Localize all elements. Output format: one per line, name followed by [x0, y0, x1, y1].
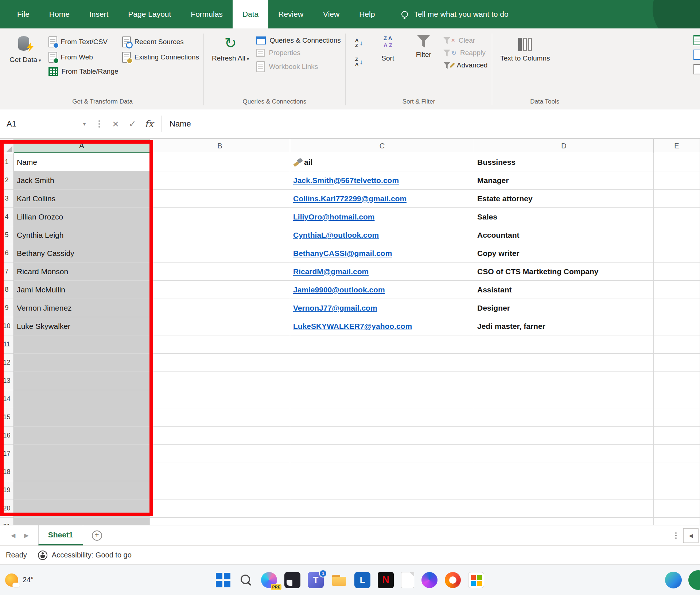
cell-D11[interactable] — [474, 335, 654, 354]
cell-C20[interactable] — [290, 499, 474, 518]
cell-D10[interactable]: Jedi master, farner — [474, 317, 654, 335]
sort-ascending-button[interactable] — [350, 35, 368, 51]
cell-C2[interactable]: Jack.Smith@567telvetto.com — [290, 171, 474, 190]
sheet-tab-sheet1[interactable]: Sheet1 — [38, 525, 83, 545]
row-header-5[interactable]: 5 — [0, 226, 14, 244]
corner-app-icon[interactable] — [688, 570, 700, 590]
cell-D16[interactable] — [474, 427, 654, 445]
cell-D12[interactable] — [474, 354, 654, 372]
cell-C16[interactable] — [290, 427, 474, 445]
weather-widget[interactable]: 24° — [0, 573, 34, 587]
row-header-18[interactable]: 18 — [0, 463, 14, 481]
cell-A9[interactable]: Vernon Jimenez — [14, 299, 150, 317]
cell-C3[interactable]: Collins.Karl772299@gmail.com — [290, 190, 474, 208]
cell-E6[interactable] — [654, 244, 700, 262]
formula-bar-handle[interactable] — [98, 123, 100, 125]
cell-A1[interactable]: Name — [14, 153, 150, 171]
from-web-button[interactable]: From Web — [48, 52, 118, 63]
cell-A18[interactable] — [14, 463, 150, 481]
cell-D3[interactable]: Estate attorney — [474, 190, 654, 208]
cell-B17[interactable] — [150, 445, 290, 463]
cell-E2[interactable] — [654, 171, 700, 190]
cell-D1[interactable]: Bussiness — [474, 153, 654, 171]
cell-C9[interactable]: VernonJ77@gmail.com — [290, 299, 474, 317]
cell-A15[interactable] — [14, 408, 150, 427]
horizontal-scroll-left-button[interactable] — [683, 528, 699, 543]
cell-D6[interactable]: Copy writer — [474, 244, 654, 262]
cell-B10[interactable] — [150, 317, 290, 335]
cell-D15[interactable] — [474, 408, 654, 427]
cell-A12[interactable] — [14, 354, 150, 372]
column-header-e[interactable]: E — [654, 139, 700, 153]
email-link[interactable]: Collins.Karl772299@gmail.com — [293, 194, 407, 203]
cell-B6[interactable] — [150, 244, 290, 262]
row-header-12[interactable]: 12 — [0, 354, 14, 372]
cell-E21[interactable] — [654, 518, 700, 525]
cell-A6[interactable]: Bethany Cassidy — [14, 244, 150, 262]
cell-E8[interactable] — [654, 281, 700, 299]
cell-E11[interactable] — [654, 335, 700, 354]
row-header-1[interactable]: 1 — [0, 153, 14, 171]
cell-C7[interactable]: RicardM@gmail.com — [290, 262, 474, 281]
new-sheet-button[interactable] — [92, 530, 102, 541]
cell-A16[interactable] — [14, 427, 150, 445]
cell-E10[interactable] — [654, 317, 700, 335]
from-table-range-button[interactable]: From Table/Range — [48, 67, 118, 76]
from-text-csv-button[interactable]: From Text/CSV — [48, 36, 118, 47]
email-link[interactable]: LukeSKYWALKER7@yahoo.com — [293, 322, 412, 331]
tell-me-box[interactable]: Tell me what you want to do — [401, 0, 508, 28]
cell-C13[interactable] — [290, 372, 474, 390]
cell-E9[interactable] — [654, 299, 700, 317]
start-icon[interactable] — [216, 573, 230, 587]
cell-B13[interactable] — [150, 372, 290, 390]
row-header-3[interactable]: 3 — [0, 190, 14, 208]
cell-D4[interactable]: Sales — [474, 208, 654, 226]
edge-icon[interactable] — [665, 572, 682, 588]
cell-D2[interactable]: Manager — [474, 171, 654, 190]
cell-E17[interactable] — [654, 445, 700, 463]
cell-C12[interactable] — [290, 354, 474, 372]
cell-E16[interactable] — [654, 427, 700, 445]
cell-B19[interactable] — [150, 481, 290, 499]
next-sheet-icon[interactable] — [24, 532, 28, 539]
cell-C10[interactable]: LukeSKYWALKER7@yahoo.com — [290, 317, 474, 335]
row-header-14[interactable]: 14 — [0, 390, 14, 408]
cell-A13[interactable] — [14, 372, 150, 390]
column-header-c[interactable]: C — [290, 139, 474, 153]
cell-B15[interactable] — [150, 408, 290, 427]
cell-D9[interactable]: Designer — [474, 299, 654, 317]
cell-E13[interactable] — [654, 372, 700, 390]
cell-B1[interactable] — [150, 153, 290, 171]
cell-E3[interactable] — [654, 190, 700, 208]
cell-E14[interactable] — [654, 390, 700, 408]
cell-B12[interactable] — [150, 354, 290, 372]
cell-A17[interactable] — [14, 445, 150, 463]
cell-C15[interactable] — [290, 408, 474, 427]
cell-C6[interactable]: BethanyCASSI@gmail.com — [290, 244, 474, 262]
file-explorer-icon[interactable] — [331, 572, 347, 588]
row-header-17[interactable]: 17 — [0, 445, 14, 463]
cell-D20[interactable] — [474, 499, 654, 518]
cell-C11[interactable] — [290, 335, 474, 354]
clear-filter-button[interactable]: Clear — [443, 36, 488, 44]
accessibility-status[interactable]: Accessibility: Good to go — [38, 551, 132, 560]
row-header-19[interactable]: 19 — [0, 481, 14, 499]
sort-descending-button[interactable] — [350, 54, 368, 70]
cell-B21[interactable] — [150, 518, 290, 525]
cell-B20[interactable] — [150, 499, 290, 518]
filter-button[interactable]: Filter — [408, 33, 440, 61]
cell-B9[interactable] — [150, 299, 290, 317]
enter-icon[interactable] — [124, 109, 141, 138]
tab-review[interactable]: Review — [268, 0, 313, 28]
formula-input[interactable]: Name — [165, 119, 700, 129]
cell-C8[interactable]: Jamie9900@outlook.com — [290, 281, 474, 299]
tab-file[interactable]: File — [7, 0, 39, 28]
cell-C14[interactable] — [290, 390, 474, 408]
search-icon[interactable] — [238, 572, 254, 588]
cell-A10[interactable]: Luke Skywalker — [14, 317, 150, 335]
existing-connections-button[interactable]: Existing Connections — [122, 52, 199, 63]
row-header-13[interactable]: 13 — [0, 372, 14, 390]
tab-home[interactable]: Home — [39, 0, 79, 28]
tab-help[interactable]: Help — [349, 0, 385, 28]
sort-button[interactable]: Sort — [372, 33, 404, 65]
